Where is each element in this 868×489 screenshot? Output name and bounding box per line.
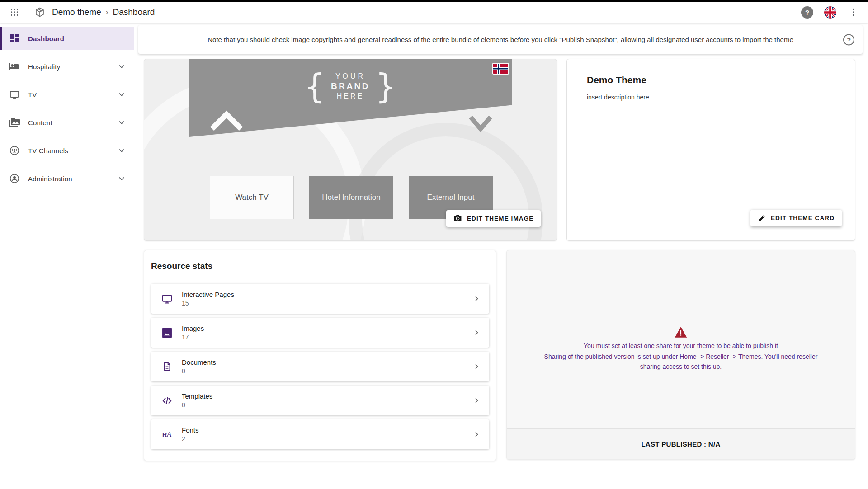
divider xyxy=(784,6,784,18)
image-icon xyxy=(161,328,173,338)
resource-stats-list: Interactive Pages 15 Images 17 xyxy=(151,284,489,449)
sidebar-item-administration[interactable]: Administration xyxy=(0,167,134,190)
resource-label: Fonts xyxy=(182,426,199,434)
last-published-label: LAST PUBLISHED : N/A xyxy=(641,440,720,448)
sidebar-item-label: TV Channels xyxy=(28,147,68,155)
sidebar-item-label: TV xyxy=(28,91,37,99)
resource-row-templates[interactable]: Templates 0 xyxy=(151,386,489,415)
sidebar-item-tv[interactable]: TV xyxy=(0,83,134,106)
chevron-right-icon xyxy=(472,396,481,405)
chevron-down-icon xyxy=(117,61,127,71)
warning-line-2: Sharing of the published version is set … xyxy=(536,352,826,371)
broadcast-icon xyxy=(9,145,20,156)
dashboard-icon xyxy=(9,33,20,44)
sidebar-item-label: Dashboard xyxy=(28,35,64,42)
chevron-right-icon xyxy=(472,294,481,303)
app-bar-actions: ? xyxy=(778,6,860,19)
publish-warning: You must set at least one share for your… xyxy=(507,326,855,371)
resource-label: Documents xyxy=(182,358,216,366)
app-window: Demo theme › Dashboard ? xyxy=(0,0,868,489)
product-cube-logo-icon xyxy=(33,5,47,19)
publish-status-card: You must set at least one share for your… xyxy=(506,250,855,460)
edit-theme-image-button[interactable]: EDIT THEME IMAGE xyxy=(446,210,541,227)
chevron-right-icon xyxy=(472,328,481,337)
sidebar-item-label: Content xyxy=(28,119,52,127)
apps-grid-icon[interactable] xyxy=(8,6,21,19)
person-icon xyxy=(9,173,20,184)
resource-row-documents[interactable]: Documents 0 xyxy=(151,352,489,381)
resource-label: Images xyxy=(182,324,204,332)
sidebar-item-content[interactable]: Content xyxy=(0,111,134,134)
overflow-menu-icon[interactable] xyxy=(847,6,860,19)
monitor-icon xyxy=(161,293,173,305)
bed-icon xyxy=(9,61,20,72)
resource-label: Interactive Pages xyxy=(182,291,234,298)
theme-image-card: { YOUR BRAND HERE } xyxy=(144,59,557,241)
publish-note-text: Note that you should check image copyrig… xyxy=(208,36,793,43)
breadcrumb: Demo theme › Dashboard xyxy=(52,7,155,17)
sidebar-item-tv-channels[interactable]: TV Channels xyxy=(0,139,134,162)
edit-theme-image-label: EDIT THEME IMAGE xyxy=(467,215,533,222)
resource-count: 2 xyxy=(182,435,199,442)
divider xyxy=(27,6,27,18)
language-uk-flag-icon[interactable] xyxy=(824,6,836,19)
code-icon xyxy=(161,395,173,406)
chevron-down-decoration-icon xyxy=(467,113,494,136)
brace-left: { xyxy=(304,69,326,103)
breadcrumb-root[interactable]: Demo theme xyxy=(52,7,101,17)
norway-flag-icon xyxy=(493,64,508,74)
sidebar-item-label: Administration xyxy=(28,175,72,183)
tile-hotel-information: Hotel Information xyxy=(309,176,393,219)
resource-stats-card: Resource stats Interactive Pages 15 xyxy=(144,250,496,461)
top-black-strip xyxy=(0,0,868,2)
brand-line-1: YOUR xyxy=(335,72,365,80)
chevron-right-icon xyxy=(472,362,481,371)
banner-help-icon[interactable]: ? xyxy=(843,34,854,45)
chevron-down-icon xyxy=(117,146,127,155)
chevron-down-icon xyxy=(117,174,127,183)
help-icon[interactable]: ? xyxy=(801,6,813,19)
document-icon xyxy=(161,361,173,372)
brand-line-3: HERE xyxy=(337,92,364,100)
theme-title: Demo Theme xyxy=(587,75,646,85)
resource-count: 17 xyxy=(182,334,204,341)
app-bar: Demo theme › Dashboard ? xyxy=(0,2,868,23)
warning-line-1: You must set at least one share for your… xyxy=(584,341,778,351)
resource-label: Templates xyxy=(182,392,212,400)
tile-watch-tv: Watch TV xyxy=(210,176,294,219)
brand-line-2: BRAND xyxy=(331,81,370,91)
theme-info-card: Demo Theme insert description here EDIT … xyxy=(566,59,855,241)
resource-count: 0 xyxy=(182,367,216,375)
brand-placeholder-logo: { YOUR BRAND HERE } xyxy=(304,69,396,103)
sidebar-item-hospitality[interactable]: Hospitality xyxy=(0,55,134,78)
edit-theme-card-label: EDIT THEME CARD xyxy=(771,215,835,221)
edit-theme-card-button[interactable]: EDIT THEME CARD xyxy=(750,210,842,226)
resource-row-interactive-pages[interactable]: Interactive Pages 15 xyxy=(151,284,489,314)
fonts-icon: RA xyxy=(161,431,173,438)
theme-description: insert description here xyxy=(587,94,649,101)
breadcrumb-current: Dashboard xyxy=(113,7,155,17)
resource-count: 15 xyxy=(182,300,234,307)
camera-icon xyxy=(453,214,462,223)
publish-note-banner: Note that you should check image copyrig… xyxy=(138,25,863,54)
media-icon xyxy=(9,117,20,128)
breadcrumb-separator-icon: › xyxy=(106,8,108,17)
chevron-right-icon xyxy=(472,430,481,439)
brace-right: } xyxy=(375,69,396,103)
sidebar-item-dashboard[interactable]: Dashboard xyxy=(0,27,134,50)
tv-icon xyxy=(9,89,20,100)
chevron-down-icon xyxy=(117,89,127,99)
last-published-footer: LAST PUBLISHED : N/A xyxy=(507,428,855,459)
resource-count: 0 xyxy=(182,401,212,409)
sidebar: Dashboard Hospitality TV xyxy=(0,23,134,489)
chevron-down-icon xyxy=(117,118,127,127)
resource-row-fonts[interactable]: RA Fonts 2 xyxy=(151,419,489,449)
resource-stats-title: Resource stats xyxy=(151,261,489,271)
chevron-up-decoration-icon xyxy=(208,109,245,134)
pencil-icon xyxy=(758,214,766,222)
resource-row-images[interactable]: Images 17 xyxy=(151,318,489,348)
sidebar-item-label: Hospitality xyxy=(28,63,60,71)
warning-triangle-icon xyxy=(675,326,687,338)
